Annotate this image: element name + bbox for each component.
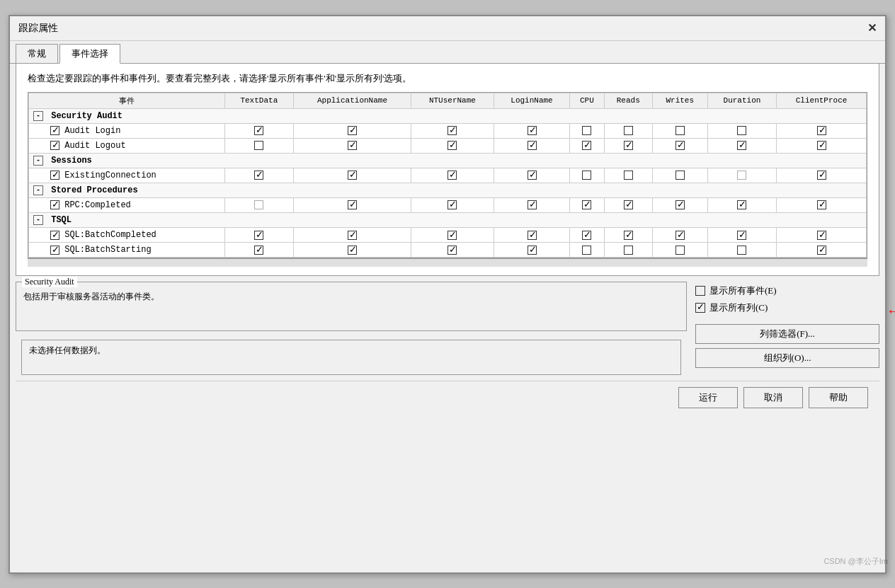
cb-audit-login-appname[interactable] (348, 126, 357, 135)
cb-sbc-cpu[interactable] (582, 231, 591, 240)
cb-sbs-reads[interactable] (624, 246, 633, 255)
info-box: Security Audit 包括用于审核服务器活动的事件类。 (16, 282, 687, 331)
row-cb-audit-logout[interactable] (50, 141, 59, 150)
cb-show-all-events[interactable] (695, 286, 705, 296)
col-header-loginname: LoginName (494, 93, 569, 108)
group-label-stored-procedures: Stored Procedures (51, 185, 137, 195)
col-header-textdata: TextData (224, 93, 293, 108)
right-controls: 显示所有事件(E) 显示所有列(C) ← 列筛选器(F)... 组织列(O)..… (695, 282, 879, 378)
close-button[interactable]: ✕ (867, 23, 877, 34)
show-all-events-label: 显示所有事件(E) (709, 284, 777, 297)
collapse-tsql[interactable]: - (33, 215, 43, 225)
cb-rpc-loginname[interactable] (528, 200, 537, 209)
cb-audit-logout-loginname[interactable] (528, 141, 537, 150)
collapse-stored-procedures[interactable]: - (33, 185, 43, 195)
cb-ec-cpu[interactable] (582, 171, 591, 180)
tab-event-select[interactable]: 事件选择 (59, 44, 120, 64)
collapse-sessions[interactable]: - (33, 156, 43, 166)
cb-audit-login-loginname[interactable] (528, 126, 537, 135)
cb-sbs-clientproc[interactable] (817, 246, 826, 255)
cb-sbc-duration[interactable] (737, 231, 746, 240)
tab-general[interactable]: 常规 (16, 44, 58, 63)
horizontal-scrollbar[interactable] (28, 258, 867, 267)
cb-audit-logout-duration[interactable] (737, 141, 746, 150)
cb-ec-appname[interactable] (348, 171, 357, 180)
col-header-reads: Reads (604, 93, 652, 108)
cb-sbs-writes[interactable] (675, 246, 685, 255)
cb-audit-login-clientproc[interactable] (817, 126, 826, 135)
cb-audit-login-duration[interactable] (737, 126, 746, 135)
cb-sbs-loginname[interactable] (528, 246, 537, 255)
cb-rpc-writes[interactable] (675, 200, 685, 209)
cb-rpc-ntuser[interactable] (448, 200, 457, 209)
cb-rpc-reads[interactable] (624, 200, 633, 209)
cb-sbc-ntuser[interactable] (448, 231, 457, 240)
cb-sbs-duration[interactable] (737, 246, 746, 255)
cb-sbc-textdata[interactable] (254, 231, 263, 240)
collapse-security-audit[interactable]: - (33, 111, 43, 121)
row-sql-batch-starting: SQL:BatchStarting (29, 243, 867, 258)
col-header-duration: Duration (707, 93, 776, 108)
group-label-tsql: TSQL (51, 215, 72, 225)
cb-audit-login-reads[interactable] (624, 126, 633, 135)
row-cb-sql-batch-starting[interactable] (50, 246, 59, 255)
info-box-title: Security Audit (22, 277, 77, 287)
row-audit-logout: Audit Logout (29, 138, 867, 153)
cb-audit-logout-reads[interactable] (624, 141, 633, 150)
row-cb-sql-batch-completed[interactable] (50, 231, 59, 240)
cb-sbs-textdata[interactable] (254, 246, 263, 255)
cb-audit-login-ntuser[interactable] (448, 126, 457, 135)
cb-ec-textdata[interactable] (254, 171, 263, 180)
no-data-label: 未选择任何数据列。 (29, 345, 106, 355)
cb-sbs-ntuser[interactable] (448, 246, 457, 255)
cb-sbc-clientproc[interactable] (817, 231, 826, 240)
cb-rpc-textdata[interactable] (254, 200, 263, 209)
row-cb-audit-login[interactable] (50, 126, 59, 135)
cb-rpc-appname[interactable] (348, 200, 357, 209)
cb-audit-logout-appname[interactable] (348, 141, 357, 150)
col-header-ntuser: NTUserName (411, 93, 494, 108)
cb-ec-duration[interactable] (737, 171, 746, 180)
organize-columns-button[interactable]: 组织列(O)... (695, 348, 879, 368)
cb-audit-logout-clientproc[interactable] (817, 141, 826, 150)
cb-rpc-clientproc[interactable] (817, 200, 826, 209)
cb-sbc-reads[interactable] (624, 231, 633, 240)
cb-audit-logout-ntuser[interactable] (448, 141, 457, 150)
cb-sbc-loginname[interactable] (528, 231, 537, 240)
cb-show-all-columns[interactable] (695, 303, 705, 313)
tab-content: 检查选定要跟踪的事件和事件列。要查看完整列表，请选择'显示所有事件'和'显示所有… (16, 64, 879, 277)
cb-rpc-cpu[interactable] (582, 200, 591, 209)
run-button[interactable]: 运行 (678, 387, 738, 408)
help-button[interactable]: 帮助 (809, 387, 868, 408)
cb-ec-loginname[interactable] (528, 171, 537, 180)
cb-audit-logout-cpu[interactable] (582, 141, 591, 150)
group-stored-procedures: - Stored Procedures (29, 183, 867, 197)
col-header-clientproc: ClientProce (777, 93, 867, 108)
cb-audit-login-writes[interactable] (675, 126, 685, 135)
cb-sbs-appname[interactable] (348, 246, 357, 255)
cb-audit-logout-writes[interactable] (675, 141, 685, 150)
events-table-container[interactable]: 事件 TextData ApplicationName NTUserName L… (28, 92, 867, 259)
cb-sbc-writes[interactable] (675, 231, 685, 240)
cb-sbs-cpu[interactable] (582, 246, 591, 255)
events-table: 事件 TextData ApplicationName NTUserName L… (28, 93, 867, 258)
main-dialog: 跟踪属性 ✕ 常规 事件选择 检查选定要跟踪的事件和事件列。要查看完整列表，请选… (8, 15, 887, 574)
cb-ec-writes[interactable] (675, 171, 685, 180)
column-filter-button[interactable]: 列筛选器(F)... (695, 324, 879, 344)
cb-audit-logout-textdata[interactable] (254, 141, 263, 150)
group-sessions: - Sessions (29, 153, 867, 168)
cancel-button[interactable]: 取消 (743, 387, 803, 408)
row-cb-rpc-completed[interactable] (50, 200, 59, 209)
cb-rpc-duration[interactable] (737, 200, 746, 209)
cb-sbc-appname[interactable] (348, 231, 357, 240)
show-all-columns-row: 显示所有列(C) ← (695, 301, 879, 314)
info-box-description: 包括用于审核服务器活动的事件类。 (23, 291, 679, 303)
cb-ec-ntuser[interactable] (448, 171, 457, 180)
cb-ec-clientproc[interactable] (817, 171, 826, 180)
cb-audit-login-textdata[interactable] (254, 126, 263, 135)
row-cb-existing-connection[interactable] (50, 171, 59, 180)
row-sql-batch-completed: SQL:BatchCompleted (29, 228, 867, 243)
cb-ec-reads[interactable] (624, 171, 633, 180)
col-header-event: 事件 (29, 93, 225, 108)
cb-audit-login-cpu[interactable] (582, 126, 591, 135)
